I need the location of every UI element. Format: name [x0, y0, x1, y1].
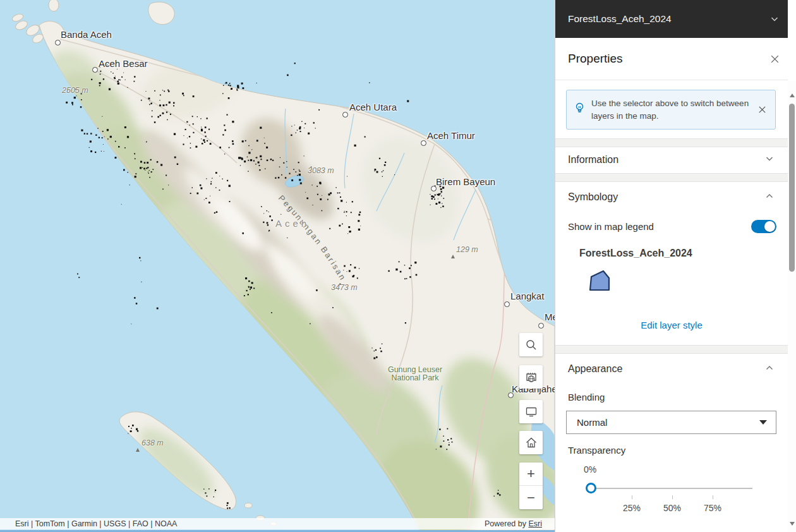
caret-down-icon	[759, 420, 767, 425]
transparency-slider-track[interactable]	[591, 488, 752, 489]
home-icon	[524, 436, 538, 450]
lightbulb-icon	[574, 102, 585, 118]
chevron-up-icon	[764, 191, 775, 201]
chevron-up-icon	[764, 363, 775, 373]
blending-select[interactable]: Normal	[566, 411, 776, 434]
section-gap	[555, 173, 788, 182]
basemap-terrain: Pegunungan Barisan	[0, 0, 555, 532]
map-basemap-button[interactable]	[519, 365, 543, 389]
zoom-in-button[interactable]: +	[519, 462, 543, 486]
symbology-section-header[interactable]: Symbology	[555, 183, 788, 211]
search-icon	[525, 339, 538, 351]
slider-tick-label-25: 25%	[618, 503, 646, 513]
panel-title: Properties	[568, 52, 768, 66]
transparency-slider-handle[interactable]	[586, 483, 596, 493]
scroll-down-arrow[interactable]	[790, 522, 795, 526]
section-gap	[555, 138, 788, 147]
symbology-chevron	[764, 191, 775, 203]
tip-text: Use the selector above to switch between…	[591, 97, 751, 123]
blending-label: Blending	[568, 392, 605, 402]
legend-symbol-swatch	[587, 269, 612, 296]
map-viewer-screen: Pegunungan Barisan Aceh Gunung Leuser Na…	[0, 0, 796, 532]
map-zoom-control: + −	[519, 462, 543, 509]
monitor-icon	[524, 405, 538, 419]
slider-tick-label-75: 75%	[699, 503, 727, 513]
map-search-button[interactable]	[519, 333, 543, 356]
information-label: Information	[568, 154, 764, 166]
panel-scrollbar	[788, 81, 796, 532]
tip-close-button[interactable]	[755, 103, 769, 117]
scroll-up-arrow[interactable]	[790, 94, 795, 97]
show-in-legend-toggle[interactable]	[751, 220, 776, 233]
powered-by-text: Powered by	[485, 519, 526, 528]
powered-by: Powered by Esri	[485, 519, 542, 528]
polygon-symbol-icon	[587, 269, 612, 293]
attribution-sources: Esri | TomTom | Garmin | USGS | FAO | NO…	[15, 519, 177, 528]
map-display-button[interactable]	[519, 400, 543, 423]
toggle-knob	[764, 221, 775, 232]
basemap-icon	[524, 370, 538, 384]
layer-selector[interactable]: ForestLoss_Aceh_2024	[555, 0, 788, 38]
appearance-section-header[interactable]: Appearance	[555, 355, 788, 383]
properties-panel: ForestLoss_Aceh_2024 Properties	[555, 0, 796, 532]
transparency-value: 0%	[584, 464, 596, 475]
map-attribution: Esri | TomTom | Garmin | USGS | FAO | NO…	[0, 518, 555, 529]
appearance-label: Appearance	[568, 363, 764, 375]
close-icon	[770, 54, 780, 64]
symbology-label: Symbology	[568, 191, 764, 203]
information-chevron	[764, 154, 775, 166]
show-in-legend-label: Show in map legend	[568, 221, 654, 232]
panel-title-row: Properties	[555, 38, 788, 80]
zoom-out-button[interactable]: −	[519, 486, 543, 509]
slider-tick	[713, 495, 713, 499]
slider-tick-label-50: 50%	[658, 503, 686, 513]
slider-tick	[632, 495, 632, 499]
edit-layer-style-link[interactable]: Edit layer style	[555, 320, 788, 330]
layer-selector-chevron	[768, 12, 781, 26]
slider-tick	[672, 495, 673, 499]
tip-callout: Use the selector above to switch between…	[566, 90, 776, 130]
layer-selector-value: ForestLoss_Aceh_2024	[568, 13, 768, 25]
appearance-chevron	[764, 363, 775, 375]
section-gap	[555, 345, 788, 354]
transparency-label: Transparency	[568, 445, 625, 456]
legend-layer-name: ForestLoss_Aceh_2024	[579, 248, 692, 259]
esri-link[interactable]: Esri	[528, 519, 542, 528]
chevron-down-icon	[769, 14, 780, 24]
plus-icon: +	[527, 466, 535, 482]
map-canvas[interactable]: Pegunungan Barisan Aceh Gunung Leuser Na…	[0, 0, 555, 532]
close-icon	[758, 106, 766, 114]
information-section-header[interactable]: Information	[555, 147, 788, 173]
minus-icon: −	[527, 490, 535, 506]
chevron-down-icon	[764, 154, 775, 164]
map-home-button[interactable]	[519, 431, 543, 454]
panel-close-button[interactable]	[768, 52, 781, 66]
scrollbar-thumb[interactable]	[789, 104, 795, 272]
blending-value: Normal	[577, 417, 759, 428]
